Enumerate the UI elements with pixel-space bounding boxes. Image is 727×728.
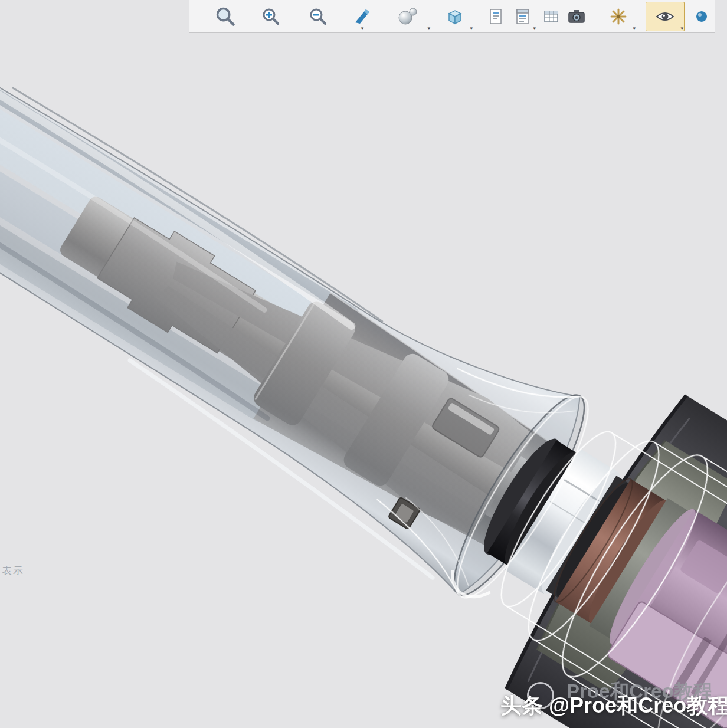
view-manager-button[interactable]: ▾ (509, 2, 536, 31)
zoom-in-button[interactable] (254, 2, 287, 31)
spheres-icon (398, 7, 418, 26)
eye-icon (654, 8, 676, 25)
table-icon (543, 8, 559, 25)
render-style-button[interactable]: ▾ (385, 2, 431, 31)
zoom-button[interactable] (207, 2, 244, 31)
model-canvas[interactable] (0, 0, 727, 728)
dropdown-caret[interactable]: ▾ (533, 26, 536, 31)
repaint-button[interactable]: ▾ (346, 2, 379, 31)
document-icon (488, 8, 503, 25)
datum-star-icon (608, 6, 628, 27)
dropdown-caret[interactable]: ▾ (427, 26, 430, 31)
snapshot-button[interactable] (564, 2, 590, 31)
dropdown-caret[interactable]: ▾ (361, 26, 364, 31)
view-list-button[interactable] (484, 2, 507, 31)
datum-display-button[interactable]: ▾ (601, 2, 636, 31)
dropdown-caret[interactable]: ▾ (470, 26, 473, 31)
viewport-side-label: 表示 (2, 564, 24, 578)
dropdown-caret[interactable]: ▾ (633, 26, 636, 31)
repaint-icon (353, 7, 372, 26)
display-style-button[interactable]: ▾ (437, 2, 473, 31)
blue-sphere-icon (695, 9, 709, 24)
view-toolbar: ▾ ▾ ▾ (189, 0, 715, 33)
spin-center-button[interactable] (692, 2, 712, 31)
magnifier-plus-icon (261, 7, 280, 26)
magnifier-minus-icon (309, 7, 328, 26)
camera-icon (567, 8, 586, 25)
cad-viewport: ▾ ▾ ▾ (0, 0, 727, 728)
magnifier-icon (215, 6, 236, 27)
dropdown-caret[interactable]: ▾ (680, 26, 683, 31)
toolbar-divider (479, 4, 479, 29)
toolbar-divider (340, 4, 340, 29)
toolbar-divider (595, 4, 595, 29)
cube-icon (446, 7, 464, 26)
document-lines-icon (515, 8, 531, 25)
visibility-button[interactable]: ▾ (646, 2, 685, 31)
relations-table-button[interactable] (540, 2, 562, 31)
zoom-out-button[interactable] (302, 2, 335, 31)
